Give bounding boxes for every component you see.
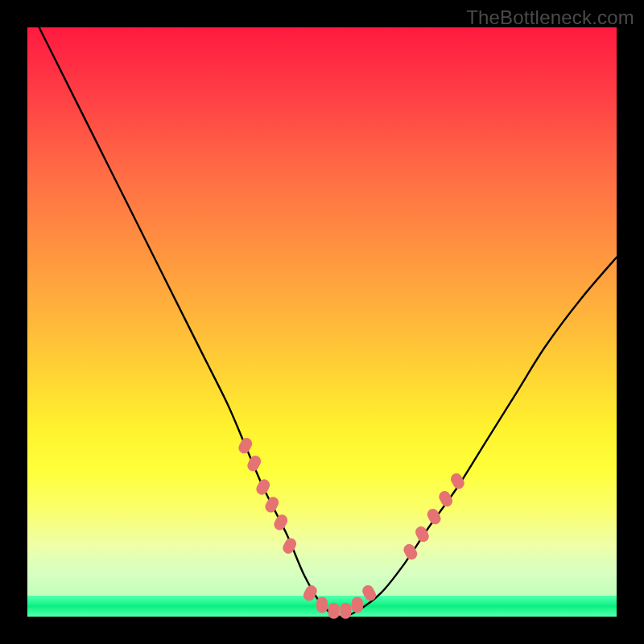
- watermark-label: TheBottleneck.com: [466, 6, 634, 29]
- curve-marker: [316, 597, 328, 613]
- curve-marker: [254, 477, 272, 497]
- curve-marker: [340, 603, 351, 619]
- chart-frame: TheBottleneck.com: [0, 0, 644, 644]
- curve-marker: [263, 495, 281, 514]
- curve-marker: [246, 454, 263, 473]
- curve-marker: [449, 471, 467, 490]
- curve-marker: [328, 603, 340, 619]
- curve-markers: [237, 436, 466, 619]
- bottleneck-curve: [27, 27, 617, 617]
- curve-marker: [361, 584, 378, 603]
- curve-marker: [281, 536, 299, 555]
- curve-marker: [437, 489, 455, 508]
- curve-marker: [302, 584, 320, 603]
- curve-marker: [352, 597, 363, 613]
- curve-marker: [272, 513, 290, 532]
- curve-path: [39, 27, 617, 617]
- curve-marker: [425, 506, 443, 526]
- curve-marker: [237, 436, 254, 456]
- plot-area: [27, 27, 617, 617]
